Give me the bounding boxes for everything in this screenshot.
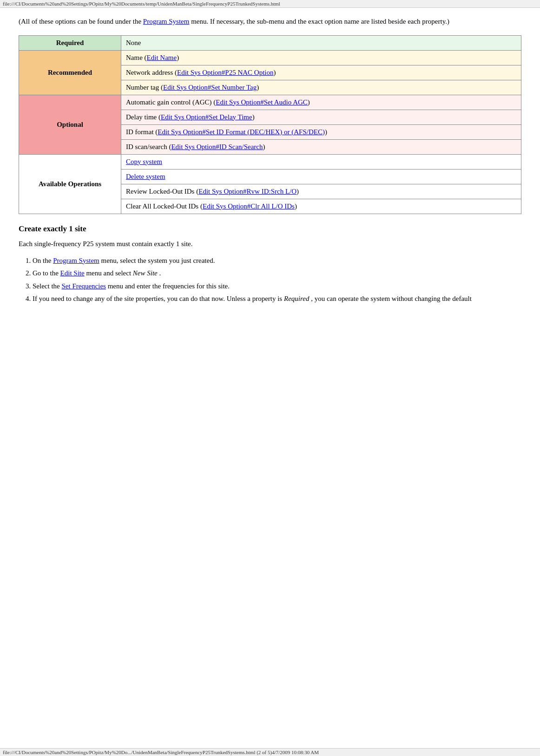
edit-sys-idscan-link[interactable]: Edit Sys Option#ID Scan/Search <box>171 143 263 150</box>
recommended-header: Recommended <box>19 50 121 95</box>
table-row-required: Required None <box>19 35 521 50</box>
program-system-link-intro[interactable]: Program System <box>143 18 190 25</box>
edit-sys-agc-link[interactable]: Edit Sys Option#Set Audio AGC <box>216 98 308 106</box>
recommended-cell-network: Network address (Edit Sys Option#P25 NAC… <box>121 65 521 80</box>
edit-sys-nac-link[interactable]: Edit Sys Option#P25 NAC Option <box>177 69 274 76</box>
properties-table: Required None Recommended Name (Edit Nam… <box>19 35 521 214</box>
edit-name-link[interactable]: Edit Name <box>147 54 177 61</box>
delete-system-link[interactable]: Delete system <box>126 173 165 180</box>
top-bar: file:///CI/Documents%20and%20Settings/PO… <box>0 0 540 8</box>
section1-body: Each single-frequency P25 system must co… <box>19 238 521 249</box>
intro-text2: menu. If necessary, the sub-menu and the… <box>189 18 449 25</box>
top-bar-text: file:///CI/Documents%20and%20Settings/PO… <box>3 1 280 7</box>
intro-paragraph: (All of these options can be found under… <box>19 16 521 27</box>
edit-sys-clrall-link[interactable]: Edit Sys Option#Clr All L/O IDs <box>203 202 295 210</box>
optional-cell-agc: Automatic gain control (AGC) (Edit Sys O… <box>121 95 521 110</box>
required-header: Required <box>19 35 121 50</box>
steps-list: On the Program System menu, select the s… <box>33 255 521 305</box>
optional-header: Optional <box>19 95 121 154</box>
required-cell: None <box>121 35 521 50</box>
optional-cell-idscan: ID scan/search (Edit Sys Option#ID Scan/… <box>121 139 521 154</box>
edit-sys-rvwid-link[interactable]: Edit Sys Option#Rvw ID:Srch L/O <box>198 188 296 195</box>
available-ops-header: Available Operations <box>19 154 121 214</box>
step-3: Select the Set Frequencies menu and ente… <box>33 280 521 293</box>
optional-cell-delay: Delay time (Edit Sys Option#Set Delay Ti… <box>121 110 521 124</box>
step-1: On the Program System menu, select the s… <box>33 255 521 267</box>
main-content: (All of these options can be found under… <box>0 8 540 334</box>
table-row-recommended-1: Recommended Name (Edit Name) <box>19 50 521 65</box>
step-4: If you need to change any of the site pr… <box>33 293 521 305</box>
section1-heading: Create exactly 1 site <box>19 224 521 234</box>
set-frequencies-link[interactable]: Set Frequencies <box>61 282 105 290</box>
optional-cell-idformat: ID format (Edit Sys Option#Set ID Format… <box>121 124 521 139</box>
edit-sys-idformat-link[interactable]: Edit Sys Option#Set ID Format (DEC/HEX) … <box>158 128 325 136</box>
intro-text1: (All of these options can be found under… <box>19 18 143 25</box>
recommended-cell-numbertag: Number tag (Edit Sys Option#Set Number T… <box>121 80 521 95</box>
edit-sys-numbertag-link[interactable]: Edit Sys Option#Set Number Tag <box>163 84 257 91</box>
copy-system-link[interactable]: Copy system <box>126 158 162 165</box>
step-2: Go to the Edit Site menu and select New … <box>33 267 521 280</box>
table-row-optional-1: Optional Automatic gain control (AGC) (E… <box>19 95 521 110</box>
edit-site-link[interactable]: Edit Site <box>60 269 85 277</box>
table-row-avail-1: Available Operations Copy system <box>19 154 521 169</box>
available-cell-review: Review Locked-Out IDs (Edit Sys Option#R… <box>121 184 521 199</box>
edit-sys-delay-link[interactable]: Edit Sys Option#Set Delay Time <box>161 113 252 121</box>
available-cell-clear: Clear All Locked-Out IDs (Edit Sys Optio… <box>121 199 521 214</box>
available-cell-delete: Delete system <box>121 169 521 184</box>
program-system-link-step1[interactable]: Program System <box>53 257 99 264</box>
recommended-cell-name: Name (Edit Name) <box>121 50 521 65</box>
available-cell-copy: Copy system <box>121 154 521 169</box>
